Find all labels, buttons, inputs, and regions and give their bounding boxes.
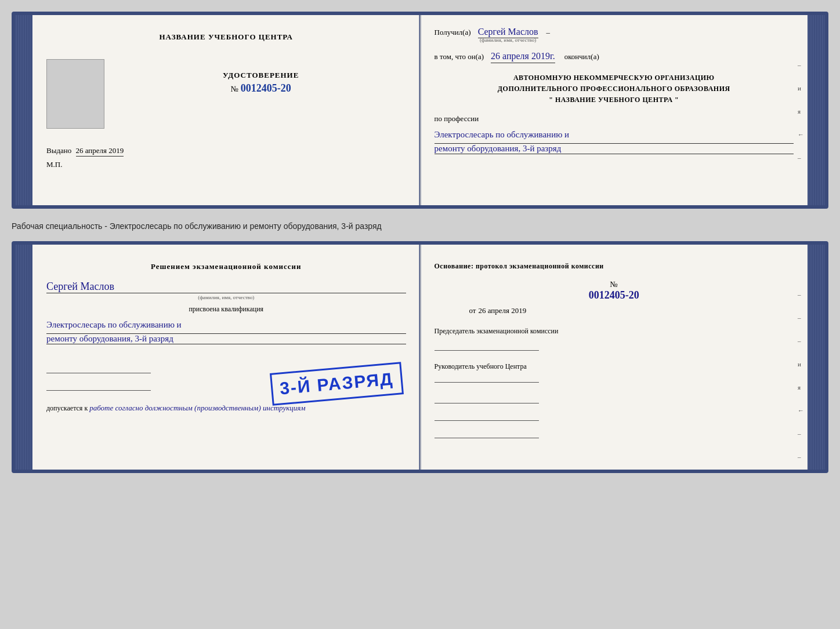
prisvoena-label: присвоена квалификация [46,305,406,314]
top-cert-left-page: НАЗВАНИЕ УЧЕБНОГО ЦЕНТРА УДОСТОВЕРЕНИЕ №… [32,15,421,205]
vtom-label: в том, что он(а) [435,52,484,61]
org-line2: ДОПОЛНИТЕЛЬНОГО ПРОФЕССИОНАЛЬНОГО ОБРАЗО… [435,83,794,94]
spine-right-top [808,15,825,205]
cert-number: 0012405-20 [241,82,291,94]
sig-line-1 [46,362,151,373]
extra-sig-lines [435,392,794,438]
poluchil-row: Получил(а) Сергей Маслов (фамилия, имя, … [435,27,794,43]
udostoverenie-label: УДОСТОВЕРЕНИЕ [116,71,406,80]
dopuskaetsya-row: допускается к работе согласно должностны… [46,402,406,414]
bottom-cert-left-page: Решением экзаменационной комиссии Сергей… [32,245,421,470]
stamp: 3-й разряд [270,362,404,406]
fio-label-top: (фамилия, имя, отчество) [478,37,538,43]
qualification-line2: ремонту оборудования, 3-й разряд [46,334,406,344]
vydano-date: 26 апреля 2019 [76,146,124,157]
protocol-number: 0012405-20 [435,289,794,301]
qualification-line1: Электрослесарь по обслуживанию и [46,316,406,334]
bottom-cert-right-page: – – – и я ← – – Основание: протокол экза… [421,245,808,470]
recipient-name-bottom: Сергей Маслов [46,281,406,293]
rukovoditel-sig-line [435,371,539,383]
ot-label: от [469,306,476,315]
dopuskaetsya-label: допускается к [46,404,88,412]
extra-sig-line-1 [435,392,539,403]
osnovanie-title: Основание: протокол экзаменационной коми… [435,262,794,271]
spine-left [15,15,32,205]
top-training-center-title: НАЗВАНИЕ УЧЕБНОГО ЦЕНТРА [46,32,406,42]
page-container: НАЗВАНИЕ УЧЕБНОГО ЦЕНТРА УДОСТОВЕРЕНИЕ №… [12,12,828,473]
profession-line1-top: Электрослесарь по обслуживанию и [435,126,794,144]
photo-placeholder [46,59,104,129]
vydano-row: Выдано 26 апреля 2019 [46,146,406,155]
sig-line-2 [46,379,151,391]
ot-date-row: от 26 апреля 2019 [435,306,794,315]
recipient-name-top: Сергей Маслов [478,27,538,38]
fio-label-bottom: (фамилия, имя, отчество) [46,294,406,300]
predsedatel-sig-line [435,339,539,351]
spine-left-bottom [15,245,32,470]
protocol-prefix: № [610,280,618,289]
po-professii-label: по профессии [435,114,794,123]
vtom-row: в том, что он(а) 26 апреля 2019г. окончи… [435,51,794,63]
mp-label: М.П. [46,160,406,169]
protocol-number-block: № 0012405-20 [435,279,794,301]
predsedatel-label: Председатель экзаменационной комиссии [435,327,794,336]
number-prefix: № 0012405-20 [231,85,291,93]
profession-line2-top: ремонту оборудования, 3-й разряд [435,144,794,154]
spine-right-bottom [808,245,825,470]
okoncil-label: окончил(а) [564,52,599,61]
org-line1: АВТОНОМНУЮ НЕКОММЕРЧЕСКУЮ ОРГАНИЗАЦИЮ [435,72,794,83]
bottom-certificate: Решением экзаменационной комиссии Сергей… [12,241,828,473]
extra-sig-line-3 [435,427,539,438]
extra-sig-line-2 [435,409,539,421]
side-marks-top: – и я ← – [798,61,804,161]
org-line3: " НАЗВАНИЕ УЧЕБНОГО ЦЕНТРА " [435,94,794,106]
top-cert-right-page: – и я ← – Получил(а) Сергей Маслов (фами… [421,15,808,205]
vtom-date: 26 апреля 2019г. [491,51,555,63]
ot-date: 26 апреля 2019 [479,306,527,315]
dash-top: – [546,28,551,37]
rukovoditel-label: Руководитель учебного Центра [435,362,794,371]
resheniem-title: Решением экзаменационной комиссии [46,262,406,271]
side-marks-bottom: – – – и я ← – – [798,291,804,460]
org-block: АВТОНОМНУЮ НЕКОММЕРЧЕСКУЮ ОРГАНИЗАЦИЮ ДО… [435,72,794,106]
between-text: Рабочая специальность - Электрослесарь п… [12,218,828,232]
top-certificate: НАЗВАНИЕ УЧЕБНОГО ЦЕНТРА УДОСТОВЕРЕНИЕ №… [12,12,828,209]
poluchil-label: Получил(а) [435,28,471,37]
